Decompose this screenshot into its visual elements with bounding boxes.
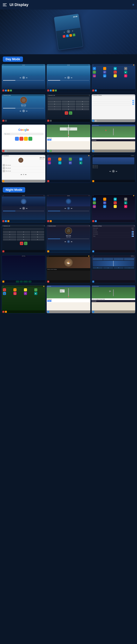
hang-up-btn[interactable]: 📵 [65,111,68,115]
dial-4[interactable]: 4 [48,103,61,105]
day-music-controls-2[interactable]: ⏮ ⏸ ⏭ [47,76,90,80]
app-e7[interactable]: BT [69,161,72,164]
dial-9[interactable]: 9 [76,106,89,108]
nav-icon[interactable]: ≡ [132,3,134,6]
night-app-11[interactable]: ⭐ [114,205,117,208]
app-radio[interactable]: 📻 [93,74,96,77]
night-hang-up-btn[interactable]: 📵 [20,242,23,245]
dial-0[interactable]: 0 [62,108,75,110]
dial-6[interactable]: 6 [76,103,89,105]
app-e8[interactable]: ▶ [79,161,82,164]
night-dial-6[interactable]: 6 [31,234,44,236]
night-app-4[interactable]: ⚙ [124,198,127,201]
night-music-controls-2[interactable]: ⏮ ⏸ ⏭ [47,206,90,210]
app-phone[interactable]: 📞 [114,71,117,74]
night-app-9[interactable]: 📻 [93,205,96,208]
road-ctrl-1[interactable]: ⏮ [93,267,103,269]
app-other2[interactable]: ♥ [124,74,127,77]
power-toggle[interactable] [132,104,134,105]
night-dial-5[interactable]: 5 [17,234,30,236]
night-app-8[interactable]: ▶ [124,201,127,204]
auto-connect-toggle[interactable] [132,102,134,103]
dial-star[interactable]: * [48,108,61,110]
app-e6[interactable]: T [58,161,61,164]
night-app-6[interactable]: BT [103,201,106,204]
app-photos[interactable]: 🖼 [114,67,117,70]
night-bt-music-controls[interactable]: ⏮ ⏸ ⏭ [47,240,90,244]
night-auto-connect-toggle[interactable] [132,234,134,234]
app-music[interactable]: ♪ [103,67,106,70]
night-music-controls-1[interactable]: ⏮ ⏸ ⏭ [2,206,45,210]
quick-link-3[interactable] [24,137,28,141]
dial-3[interactable]: 3 [76,100,89,103]
app-e2[interactable]: 🎵 [58,158,61,161]
song-item-3[interactable]: 华乐_021.mp3 [2,170,45,172]
night-dial-9[interactable]: 9 [31,236,44,238]
night-app-12[interactable]: ♥ [124,205,127,208]
bt-music-controls[interactable]: ⏮ ⏸ ⏭ [2,109,45,113]
road-nav-btn-2[interactable]: ← [103,258,113,260]
ios-app-6[interactable]: 📻 [14,292,16,295]
app-bt[interactable]: BT [103,71,106,74]
ios-app-7[interactable]: 🎙 [24,292,27,295]
google-search-bar[interactable]: 🔍 Search... [4,133,44,135]
app-cloud[interactable]: ☁ [103,74,106,77]
night-app-10[interactable]: ☁ [103,205,106,208]
night-dial-4[interactable]: 4 [3,234,16,236]
road-ctrl-3[interactable]: ⏭ [114,267,124,269]
ios-app-8[interactable]: ▶ [34,292,37,295]
app-other1[interactable]: ⭐ [114,74,117,77]
ios-app-2[interactable]: 🎵 [14,288,16,291]
app-maps[interactable]: 📍 [93,71,96,74]
night-app-7[interactable]: 📞 [114,201,117,204]
app-video[interactable]: ▶ [124,71,127,74]
quick-link-4[interactable] [28,137,32,141]
app-telegram[interactable]: ✈ [93,67,96,70]
social-prev[interactable]: ⏮ [21,174,22,175]
road-nav-btn-4[interactable]: ↓ [124,258,134,260]
app-e1[interactable]: 📞 [48,158,51,161]
social-next[interactable]: ⏭ [25,174,26,175]
dial-2[interactable]: 2 [62,100,75,103]
quick-link-2[interactable] [20,137,23,141]
song-item-1[interactable]: 华乐_019.mp3 [2,164,45,167]
song-item-2[interactable]: 华乐_020.mp3 [2,167,45,170]
dial-1[interactable]: 1 [48,100,61,103]
night-dial-0[interactable]: 0 [17,238,30,240]
call-btn[interactable]: 📞 [69,111,72,115]
go-btn[interactable]: GO [47,139,52,140]
ios-app-4[interactable]: 📍 [34,288,37,291]
night-power-toggle[interactable] [132,236,134,237]
night-go-btn[interactable]: GO [47,300,52,302]
night-dial-8[interactable]: 8 [17,236,30,238]
ios-app-3[interactable]: ⭐ [24,288,27,291]
night-app-1[interactable]: ✈ [93,198,96,201]
app-e3[interactable]: 📍 [69,158,72,161]
auto-answer-toggle[interactable] [132,100,134,101]
night-dial-star[interactable]: * [3,238,16,240]
dial-hash[interactable]: # [76,108,89,110]
dial-5[interactable]: 5 [62,103,75,105]
quick-link-1[interactable] [15,137,19,141]
menu-icon[interactable] [3,2,8,7]
night-app-5[interactable]: 📍 [93,201,96,204]
ios-app-5[interactable]: 🎬 [3,292,6,295]
night-auto-answer-toggle[interactable] [132,231,134,232]
app-settings[interactable]: ⚙ [124,67,127,70]
night-app-3[interactable]: 🖼 [114,198,117,201]
road-ctrl-4[interactable]: ⊙ [124,267,134,269]
ios-app-1[interactable]: 📞 [3,288,6,291]
extra-controls-2[interactable]: ⏮ ⏸ ⏭ [92,169,135,173]
road-nav-btn-1[interactable]: ↑ [93,258,103,260]
app-e5[interactable]: 📻 [48,161,51,164]
day-music-controls-1[interactable]: ⏮ ⏸ ⏭ [2,76,45,80]
social-play[interactable]: ⏸ [23,174,24,175]
night-dial-1[interactable]: 1 [3,231,16,233]
night-dial-7[interactable]: 7 [3,236,16,238]
dial-7[interactable]: 7 [48,106,61,108]
road-nav-btn-3[interactable]: → [114,258,124,260]
road-ctrl-2[interactable]: ▶ [103,267,113,269]
night-call-btn[interactable]: 📞 [24,242,28,245]
night-dial-2[interactable]: 2 [17,231,30,233]
night-app-2[interactable]: ♪ [103,198,106,201]
